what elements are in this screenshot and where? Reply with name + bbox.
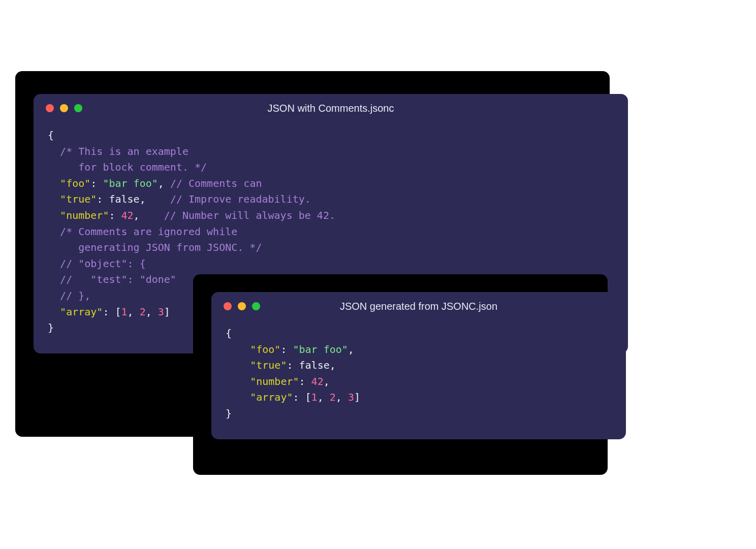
code-token-punc: : bbox=[287, 359, 299, 371]
code-token-key: "foo" bbox=[250, 343, 280, 356]
code-line: "foo": "bar foo", // Comments can bbox=[48, 176, 614, 192]
code-token-number: 42 bbox=[121, 209, 134, 221]
code-token-punc: : bbox=[299, 375, 311, 387]
code-token-punc: : [ bbox=[293, 391, 311, 403]
code-line: } bbox=[226, 406, 612, 422]
code-token-number: 3 bbox=[348, 391, 354, 403]
code-token-comment: /* This is an example bbox=[60, 145, 188, 157]
code-line: /* This is an example bbox=[48, 144, 614, 160]
code-token-pad bbox=[48, 306, 60, 318]
code-token-pad bbox=[226, 359, 250, 371]
code-token-number: 2 bbox=[140, 306, 146, 318]
code-token-punc: : bbox=[90, 177, 103, 189]
code-token-key: "array" bbox=[250, 391, 293, 403]
code-token-pad bbox=[48, 145, 60, 157]
code-token-number: 1 bbox=[311, 391, 318, 403]
code-token-comment: // Comments can bbox=[170, 177, 262, 189]
code-token-pad bbox=[226, 391, 250, 403]
code-token-bool: false bbox=[299, 359, 330, 371]
code-token-comment: for block comment. */ bbox=[78, 161, 207, 173]
code-line: { bbox=[226, 326, 612, 342]
code-token-punc: ] bbox=[354, 391, 360, 403]
code-token-punc: : bbox=[280, 343, 293, 356]
window-title: JSON with Comments.jsonc bbox=[34, 103, 628, 114]
code-token-punc: : bbox=[109, 209, 121, 221]
code-line: "true": false, // Improve readability. bbox=[48, 191, 614, 208]
code-token-key: "true" bbox=[60, 193, 97, 205]
code-token-pad bbox=[48, 225, 60, 238]
code-token-punc: , bbox=[348, 343, 354, 356]
code-token-pad bbox=[48, 257, 60, 270]
zoom-icon[interactable] bbox=[74, 104, 82, 112]
traffic-lights bbox=[46, 104, 82, 112]
code-token-punc: ] bbox=[164, 306, 170, 318]
code-token-string: "bar foo" bbox=[103, 177, 158, 189]
code-token-punc: : [ bbox=[103, 306, 121, 318]
close-icon[interactable] bbox=[46, 104, 54, 112]
code-token-punc: } bbox=[48, 321, 54, 334]
code-token-punc: , bbox=[134, 209, 164, 221]
code-token-pad bbox=[48, 273, 60, 285]
code-token-comment: // "test": "done" bbox=[60, 273, 176, 285]
traffic-lights bbox=[224, 302, 260, 310]
code-token-punc: , bbox=[140, 193, 170, 205]
code-token-punc: , bbox=[128, 306, 140, 318]
code-token-punc: , bbox=[324, 375, 330, 387]
code-token-punc: } bbox=[226, 407, 232, 419]
code-block-json: { "foo": "bar foo", "true": false, "numb… bbox=[211, 320, 626, 439]
code-token-punc: , bbox=[330, 359, 336, 371]
code-token-punc: , bbox=[318, 391, 330, 403]
code-token-pad bbox=[48, 177, 60, 189]
code-line: "number": 42, bbox=[226, 374, 612, 390]
code-token-number: 3 bbox=[158, 306, 164, 318]
code-token-comment: // Improve readability. bbox=[170, 193, 311, 205]
code-token-pad bbox=[226, 375, 250, 387]
code-token-punc: , bbox=[146, 306, 158, 318]
code-token-pad bbox=[48, 193, 60, 205]
code-line: "number": 42, // Number will always be 4… bbox=[48, 208, 614, 224]
code-token-comment: // Number will always be 42. bbox=[164, 209, 335, 221]
code-token-number: 2 bbox=[330, 391, 336, 403]
code-token-string: "bar foo" bbox=[293, 343, 348, 356]
code-token-punc: , bbox=[158, 177, 170, 189]
minimize-icon[interactable] bbox=[238, 302, 246, 310]
code-token-number: 1 bbox=[121, 306, 128, 318]
code-token-comment: generating JSON from JSONC. */ bbox=[78, 241, 262, 253]
code-line: { bbox=[48, 127, 614, 144]
code-token-punc: : bbox=[97, 193, 109, 205]
code-token-pad bbox=[48, 161, 78, 173]
code-line: /* Comments are ignored while bbox=[48, 224, 614, 240]
code-line: // "object": { bbox=[48, 256, 614, 272]
titlebar: JSON with Comments.jsonc bbox=[34, 94, 628, 122]
code-token-comment: // }, bbox=[60, 289, 90, 302]
code-token-key: "number" bbox=[60, 209, 109, 221]
code-line: generating JSON from JSONC. */ bbox=[48, 240, 614, 256]
code-line: "foo": "bar foo", bbox=[226, 342, 612, 358]
titlebar: JSON generated from JSONC.json bbox=[211, 292, 626, 320]
code-token-number: 42 bbox=[311, 375, 324, 387]
code-line: "true": false, bbox=[226, 358, 612, 374]
code-token-comment: // "object": { bbox=[60, 257, 146, 270]
code-token-key: "foo" bbox=[60, 177, 90, 189]
code-token-punc: , bbox=[336, 391, 348, 403]
code-token-pad bbox=[48, 209, 60, 221]
code-token-key: "true" bbox=[250, 359, 287, 371]
code-token-punc: { bbox=[226, 327, 232, 339]
code-line: "array": [1, 2, 3] bbox=[226, 390, 612, 406]
code-token-key: "array" bbox=[60, 306, 103, 318]
code-token-punc: { bbox=[48, 129, 54, 141]
zoom-icon[interactable] bbox=[252, 302, 260, 310]
code-token-key: "number" bbox=[250, 375, 299, 387]
code-token-pad bbox=[48, 289, 60, 302]
close-icon[interactable] bbox=[224, 302, 232, 310]
minimize-icon[interactable] bbox=[60, 104, 68, 112]
code-token-comment: /* Comments are ignored while bbox=[60, 225, 237, 238]
code-line: for block comment. */ bbox=[48, 159, 614, 176]
code-token-pad bbox=[226, 343, 250, 356]
window-title: JSON generated from JSONC.json bbox=[211, 301, 626, 312]
code-window-json: JSON generated from JSONC.json { "foo": … bbox=[211, 292, 626, 439]
code-token-bool: false bbox=[109, 193, 139, 205]
code-token-pad bbox=[48, 241, 78, 253]
